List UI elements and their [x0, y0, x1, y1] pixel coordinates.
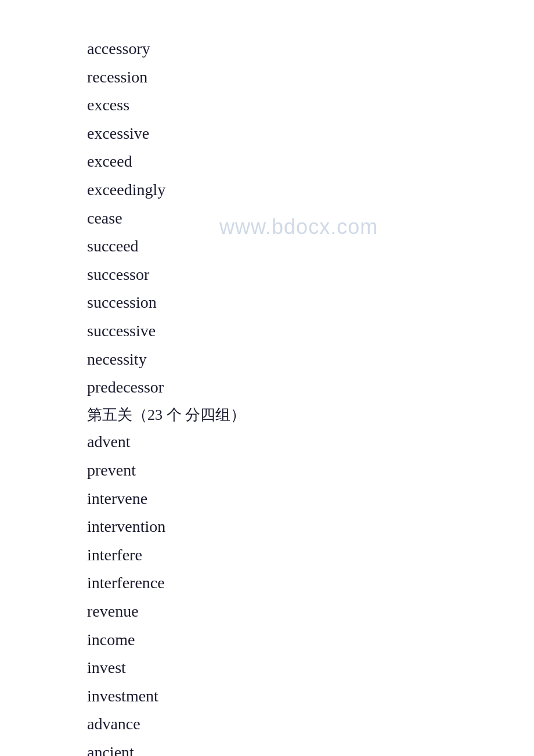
word-item: invest [87, 654, 534, 682]
word-item: advance [87, 710, 534, 739]
word-item: succession [87, 289, 534, 317]
word-item: intervene [87, 485, 534, 513]
word-item: interfere [87, 541, 534, 570]
word-item: advent [87, 428, 534, 456]
word-item: income [87, 626, 534, 654]
word-item: cease [87, 204, 534, 233]
word-item: predecessor [87, 373, 534, 402]
word-item: revenue [87, 597, 534, 626]
word-item: prevent [87, 456, 534, 485]
word-item: accessory [87, 35, 534, 63]
word-item: successive [87, 317, 534, 345]
word-item: investment [87, 682, 534, 711]
word-item: successor [87, 261, 534, 289]
word-item: recession [87, 63, 534, 92]
word-item: exceedingly [87, 176, 534, 204]
word-item: necessity [87, 345, 534, 374]
word-item: exceed [87, 147, 534, 176]
word-list: accessoryrecessionexcessexcessiveexceede… [87, 35, 534, 756]
word-item: succeed [87, 232, 534, 261]
word-item: excessive [87, 120, 534, 148]
section-header: 第五关（23 个 分四组） [87, 402, 534, 429]
word-item: intervention [87, 513, 534, 541]
word-item: excess [87, 91, 534, 120]
word-item: ancient [87, 739, 534, 756]
page-container: www.bdocx.com accessoryrecessionexcessex… [0, 0, 534, 756]
word-item: interference [87, 569, 534, 597]
